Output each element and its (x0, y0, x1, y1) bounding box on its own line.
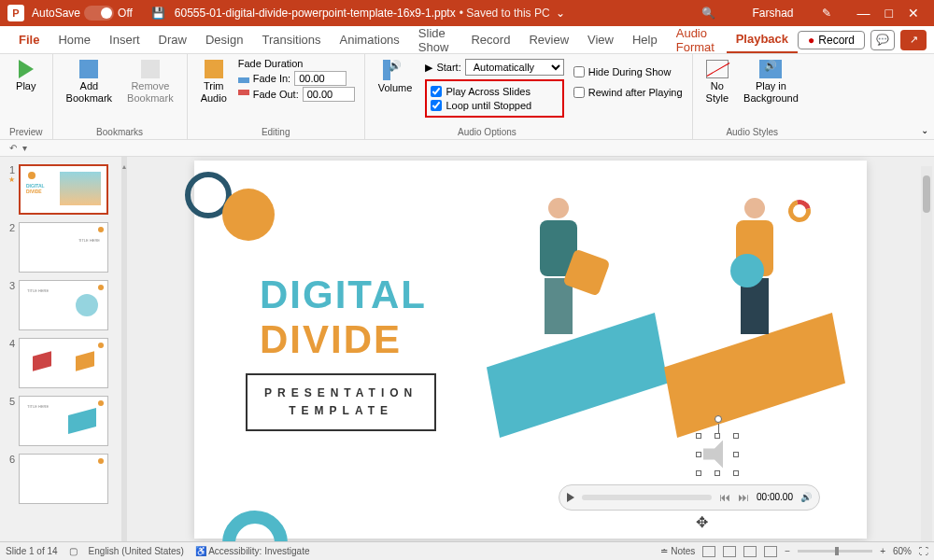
play-background-button[interactable]: 🔊 Play in Background (740, 58, 802, 106)
thumbnail-5[interactable]: TITLE HERE (19, 396, 108, 446)
tab-audio-format[interactable]: Audio Format (667, 26, 727, 53)
bookmark-remove-icon (141, 60, 160, 78)
zoom-out-icon[interactable]: − (785, 546, 790, 556)
thumbnail-1[interactable]: DIGITAL DIVIDE (19, 164, 108, 215)
no-style-button[interactable]: No Style (702, 58, 732, 106)
tab-help[interactable]: Help (623, 26, 667, 53)
speaker-icon (703, 441, 731, 469)
fade-in-label: Fade In: (253, 73, 290, 84)
play-button[interactable]: Play (12, 58, 39, 94)
add-bookmark-button[interactable]: Add Bookmark (63, 58, 117, 106)
fade-out-label: Fade Out: (253, 89, 299, 100)
save-icon[interactable]: 💾 (151, 7, 165, 20)
playback-options-col2: Hide During Show Rewind after Playing (573, 63, 683, 101)
skip-back-icon[interactable]: ⏮ (719, 491, 730, 504)
resize-handle-bm[interactable] (715, 470, 720, 476)
tab-design[interactable]: Design (196, 26, 252, 53)
fit-window-icon[interactable]: ⛶ (919, 546, 928, 556)
slide-thumbnails-panel[interactable]: 1★ DIGITAL DIVIDE 2 TITLE HERE 3 TITLE H… (0, 157, 121, 560)
reading-view-icon[interactable] (743, 546, 757, 557)
thumbnail-2[interactable]: TITLE HERE (19, 222, 108, 273)
start-dropdown[interactable]: Automatically (465, 59, 564, 76)
app-icon: P (7, 5, 24, 21)
subtitle-line-1: PRESENTATION (264, 385, 417, 402)
tab-file[interactable]: File (9, 26, 49, 53)
qat-chevron-icon[interactable]: ▾ (22, 143, 27, 153)
document-title[interactable]: 60555-01-digital-divide-powerpoint-templ… (175, 7, 456, 20)
background-icon: 🔊 (759, 60, 782, 78)
resize-handle-bl[interactable] (696, 470, 701, 476)
thumbnail-6[interactable] (19, 454, 108, 504)
sorter-view-icon[interactable] (723, 546, 736, 557)
tab-insert[interactable]: Insert (100, 26, 149, 53)
zoom-level[interactable]: 60% (893, 546, 912, 556)
trim-audio-button[interactable]: Trim Audio (197, 58, 231, 106)
resize-handle-tr[interactable] (733, 433, 739, 439)
skip-fwd-icon[interactable]: ⏭ (738, 491, 749, 504)
chevron-down-icon[interactable]: ⌄ (556, 7, 565, 20)
volume-button[interactable]: 🔊 Volume (375, 58, 417, 96)
vertical-scrollbar[interactable] (921, 166, 932, 551)
search-icon[interactable]: 🔍 (701, 7, 715, 20)
user-name[interactable]: Farshad (753, 7, 794, 20)
rewind-checkbox[interactable] (573, 87, 585, 98)
notes-button[interactable]: ≐ Notes (660, 546, 695, 556)
slide-subtitle[interactable]: PRESENTATION TEMPLATE (246, 373, 436, 431)
slide-1[interactable]: DIGITAL DIVIDE PRESENTATION TEMPLATE (194, 161, 867, 539)
record-button[interactable]: Record (798, 31, 865, 49)
slide-canvas[interactable]: DIGITAL DIVIDE PRESENTATION TEMPLATE (127, 157, 934, 560)
tab-playback[interactable]: Playback (727, 26, 798, 53)
trim-icon (205, 60, 223, 78)
comments-button[interactable]: 💬 (870, 30, 895, 50)
player-track[interactable] (582, 495, 712, 500)
tab-animations[interactable]: Animations (331, 26, 409, 53)
quick-access-bar: ↶ ▾ (0, 140, 934, 157)
tab-home[interactable]: Home (49, 26, 100, 53)
fade-in-input[interactable] (294, 71, 347, 86)
tab-view[interactable]: View (578, 26, 623, 53)
resize-handle-mr[interactable] (733, 452, 739, 457)
thumbnail-4[interactable] (19, 338, 108, 388)
title-line-2: DIVIDE (260, 317, 427, 362)
close-button[interactable]: ✕ (908, 6, 919, 21)
rotate-handle[interactable] (715, 415, 722, 423)
loop-checkbox[interactable] (431, 100, 442, 111)
normal-view-icon[interactable] (702, 546, 715, 557)
slideshow-view-icon[interactable] (764, 546, 777, 557)
share-button[interactable]: ↗ (900, 30, 927, 50)
accessibility-label[interactable]: ♿ Accessibility: Investigate (195, 546, 310, 556)
tab-transitions[interactable]: Transitions (252, 26, 330, 53)
resize-handle-tl[interactable] (696, 433, 701, 439)
collapse-ribbon-icon[interactable]: ⌄ (921, 125, 928, 135)
autosave-toggle[interactable]: AutoSave Off (32, 6, 133, 21)
zoom-in-icon[interactable]: + (880, 546, 885, 556)
resize-handle-br[interactable] (733, 470, 739, 476)
fade-out-input[interactable] (303, 87, 355, 102)
audio-player-bar[interactable]: ⏮ ⏭ 00:00.00 🔊 (559, 484, 820, 511)
play-across-checkbox[interactable] (431, 86, 442, 97)
slide-counter[interactable]: Slide 1 of 14 (6, 546, 58, 556)
minimize-button[interactable]: — (857, 6, 870, 21)
undo-icon[interactable]: ↶ (9, 143, 17, 153)
resize-handle-ml[interactable] (696, 452, 701, 457)
mute-icon[interactable]: 🔊 (800, 492, 812, 502)
hide-checkbox[interactable] (573, 66, 585, 77)
player-play-icon[interactable] (567, 493, 574, 502)
slide-title[interactable]: DIGITAL DIVIDE (260, 273, 427, 362)
thumb-num-1: 1 (4, 164, 15, 175)
spellcheck-icon[interactable]: ▢ (69, 546, 78, 556)
thumbnail-3[interactable]: TITLE HERE (19, 280, 108, 330)
tab-review[interactable]: Review (519, 26, 578, 53)
maximize-button[interactable]: □ (885, 6, 893, 21)
group-audio-styles: No Style 🔊 Play in Background Audio Styl… (693, 54, 812, 139)
pen-icon[interactable]: ✎ (822, 7, 831, 20)
language-label[interactable]: English (United States) (89, 546, 184, 556)
tab-slideshow[interactable]: Slide Show (409, 26, 462, 53)
tab-record[interactable]: Record (461, 26, 519, 53)
resize-handle-tm[interactable] (715, 433, 720, 439)
group-label-bookmarks: Bookmarks (96, 125, 143, 137)
zoom-slider[interactable] (798, 550, 872, 553)
audio-object-selected[interactable] (699, 436, 736, 473)
toggle-switch[interactable] (84, 6, 114, 21)
tab-draw[interactable]: Draw (149, 26, 196, 53)
